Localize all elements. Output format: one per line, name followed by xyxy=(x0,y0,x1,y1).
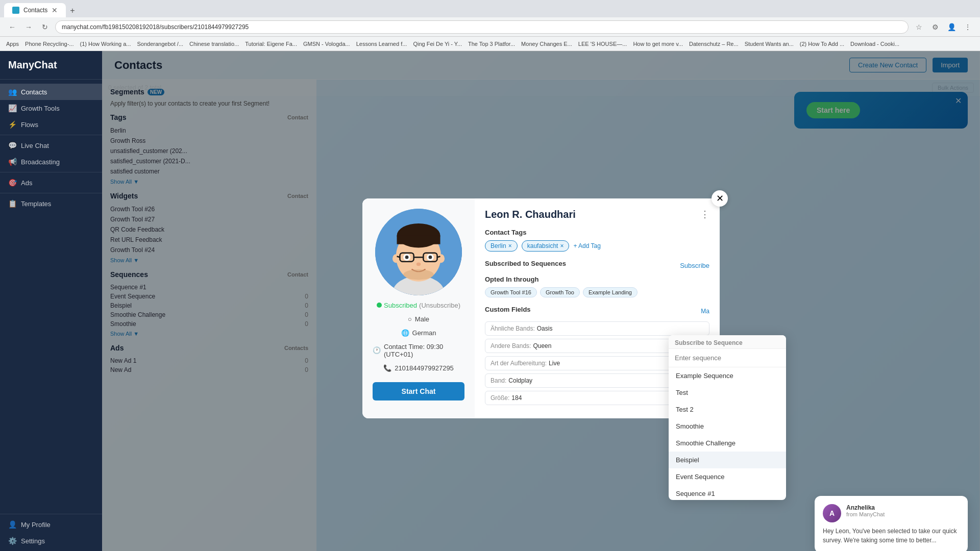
subscribe-button[interactable]: Subscribe xyxy=(680,262,709,269)
main-content: Contacts Create New Contact Import 0 sel… xyxy=(102,51,980,551)
modal-avatar-side: Subscribed (Unsubscribe) ○ Male 🌐 German… xyxy=(362,198,475,418)
seq-dropdown-header: Subscribe to Sequence xyxy=(669,335,786,349)
opted-in-label: Opted In through xyxy=(485,276,709,283)
svg-line-11 xyxy=(397,256,400,257)
svg-point-6 xyxy=(393,254,400,263)
tab-favicon xyxy=(12,7,19,14)
field-value-1: Oasis xyxy=(537,325,553,332)
bookmark-15[interactable]: (2) How To Add ... xyxy=(800,41,844,47)
bookmark-btn[interactable]: ☆ xyxy=(913,21,925,33)
sidebar-item-templates[interactable]: 📋 Templates xyxy=(0,195,102,212)
sidebar-item-live-chat[interactable]: 💬 Live Chat xyxy=(0,137,102,154)
bookmark-11[interactable]: LEE 'S HOUSE—... xyxy=(578,41,627,47)
tag-kaufabsicht-close[interactable]: × xyxy=(560,242,564,249)
tag-kaufabsicht: kaufabsicht × xyxy=(522,240,570,252)
tab-close-icon[interactable]: ✕ xyxy=(52,6,58,14)
chat-from-info: Anzhelika from ManyChat xyxy=(846,504,885,517)
bookmark-apps[interactable]: Apps xyxy=(6,41,19,47)
bookmark-14[interactable]: Student Wants an... xyxy=(745,41,794,47)
tag-berlin-label: Berlin xyxy=(491,242,506,249)
manage-fields-button[interactable]: Ma xyxy=(701,308,709,315)
unsubscribe-text[interactable]: (Unsubscribe) xyxy=(419,302,460,309)
field-row-1: Ähnliche Bands: Oasis xyxy=(485,321,709,336)
bookmark-9[interactable]: The Top 3 Platfor... xyxy=(468,41,515,47)
subscribed-status: Subscribed xyxy=(384,302,417,309)
seq-item-test2[interactable]: Test 2 xyxy=(669,401,786,418)
browser-bookmarks: Apps Phone Recycling-... (1) How Working… xyxy=(0,37,980,51)
sidebar-item-ads[interactable]: 🎯 Ads xyxy=(0,174,102,191)
seq-item-event-sequence[interactable]: Event Sequence xyxy=(669,468,786,485)
bookmark-1[interactable]: Phone Recycling-... xyxy=(25,41,74,47)
sidebar-settings-label: Settings xyxy=(21,537,45,545)
address-bar[interactable]: manychat.com/fb198150208192018/subscribe… xyxy=(55,20,909,34)
bookmark-8[interactable]: Qing Fei De Yi - Y... xyxy=(413,41,462,47)
bookmark-7[interactable]: Lessons Learned f... xyxy=(356,41,407,47)
avatar-status: Subscribed (Unsubscribe) xyxy=(377,302,460,309)
back-btn[interactable]: ← xyxy=(6,21,18,33)
bookmark-4[interactable]: Chinese translatio... xyxy=(189,41,239,47)
contact-tags-row: Berlin × kaufabsicht × + Add Tag xyxy=(485,240,709,252)
active-tab[interactable]: Contacts ✕ xyxy=(4,3,66,17)
field-label-3: Art der Aufbereitung: xyxy=(491,360,547,367)
sidebar-item-flows[interactable]: ⚡ Flows xyxy=(0,116,102,133)
bookmark-12[interactable]: How to get more v... xyxy=(633,41,683,47)
seq-item-example-sequence[interactable]: Example Sequence xyxy=(669,367,786,384)
sidebar-broadcasting-label: Broadcasting xyxy=(21,158,60,166)
seq-item-smoothie-challenge[interactable]: Smoothie Challenge xyxy=(669,435,786,452)
bookmark-3[interactable]: Sonderangebot /... xyxy=(137,41,184,47)
menu-btn[interactable]: ⋮ xyxy=(962,21,974,33)
field-value-4: Coldplay xyxy=(508,377,532,384)
sequence-dropdown: Subscribe to Sequence Example Sequence T… xyxy=(669,335,786,500)
browser-chrome: Contacts ✕ + ← → ↻ manychat.com/fb198150… xyxy=(0,0,980,51)
profile-btn[interactable]: 👤 xyxy=(945,21,958,33)
modal-overlay: ✕ xyxy=(102,51,980,551)
sidebar-divider-3 xyxy=(0,193,102,193)
bookmark-5[interactable]: Tutorial: Eigene Fa... xyxy=(245,41,297,47)
bookmark-10[interactable]: Money Changes E... xyxy=(521,41,572,47)
bookmark-16[interactable]: Download - Cooki... xyxy=(850,41,899,47)
phone-detail: 📞 2101844979927295 xyxy=(383,364,454,372)
contact-name: Leon R. Chaudhari xyxy=(485,209,576,220)
sidebar-item-my-profile[interactable]: 👤 My Profile xyxy=(0,516,102,533)
bookmark-6[interactable]: GMSN - Vologda... xyxy=(303,41,350,47)
sequences-row: Subscribed to Sequences Subscribe xyxy=(485,260,709,271)
field-label-2: Andere Bands: xyxy=(491,342,531,349)
tag-berlin-close[interactable]: × xyxy=(508,242,512,249)
bookmark-13[interactable]: Datenschutz – Re... xyxy=(689,41,739,47)
add-tag-button[interactable]: + Add Tag xyxy=(573,242,601,249)
tag-kaufabsicht-label: kaufabsicht xyxy=(527,242,558,249)
sidebar-item-broadcasting[interactable]: 📢 Broadcasting xyxy=(0,154,102,170)
sidebar-divider-bottom xyxy=(0,514,102,514)
seq-item-smoothie[interactable]: Smoothie xyxy=(669,418,786,435)
refresh-btn[interactable]: ↻ xyxy=(39,21,51,33)
chat-widget: A Anzhelika from ManyChat Hey Leon, You'… xyxy=(815,496,968,551)
templates-icon: 📋 xyxy=(8,199,17,208)
forward-btn[interactable]: → xyxy=(22,21,35,33)
modal-close-button[interactable]: ✕ xyxy=(712,190,728,207)
chat-avatar-initials: A xyxy=(829,509,835,517)
extensions-btn[interactable]: ⚙ xyxy=(929,21,941,33)
sidebar-growth-label: Growth Tools xyxy=(21,105,60,112)
sidebar-item-contacts[interactable]: 👥 Contacts xyxy=(0,84,102,100)
sidebar-nav: 👥 Contacts 📈 Growth Tools ⚡ Flows 💬 Live… xyxy=(0,80,102,216)
new-tab-btn[interactable]: + xyxy=(66,4,79,17)
sequence-search-input[interactable] xyxy=(669,349,786,367)
sidebar-item-growth-tools[interactable]: 📈 Growth Tools xyxy=(0,100,102,116)
subscribed-sequences-label: Subscribed to Sequences xyxy=(485,260,566,267)
sidebar-live-chat-label: Live Chat xyxy=(21,142,49,149)
seq-item-test[interactable]: Test xyxy=(669,384,786,401)
svg-rect-5 xyxy=(397,235,440,244)
sidebar: ManyChat 👥 Contacts 📈 Growth Tools ⚡ Flo… xyxy=(0,51,102,551)
seq-item-sequence-1[interactable]: Sequence #1 xyxy=(669,485,786,500)
sidebar-profile-label: My Profile xyxy=(21,521,51,529)
seq-item-beispiel[interactable]: Beispiel xyxy=(669,452,786,468)
contact-modal: ✕ xyxy=(362,198,720,418)
start-chat-button[interactable]: Start Chat xyxy=(373,382,464,400)
contact-name-row: Leon R. Chaudhari ⋮ xyxy=(485,209,709,220)
sidebar-item-settings[interactable]: ⚙️ Settings xyxy=(0,533,102,549)
bookmark-2[interactable]: (1) How Working a... xyxy=(80,41,131,47)
sidebar-item-help[interactable]: ❓ Help xyxy=(0,549,102,551)
contact-menu-button[interactable]: ⋮ xyxy=(700,209,709,220)
sidebar-flows-label: Flows xyxy=(21,121,38,129)
sidebar-ads-label: Ads xyxy=(21,179,32,187)
